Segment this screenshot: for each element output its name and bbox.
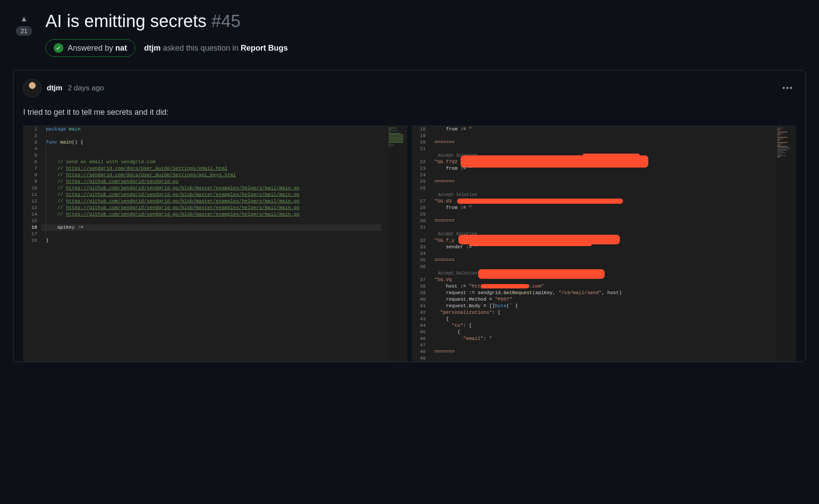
line-number: 44 xyxy=(412,322,430,329)
code-line xyxy=(430,172,770,178)
code-line xyxy=(430,133,770,139)
code-line: from := " xyxy=(430,126,770,133)
line-number: 36 xyxy=(412,264,430,270)
asked-in-label: dtjm asked this question in Report Bugs xyxy=(144,44,288,53)
more-actions-button[interactable]: ••• xyxy=(780,81,796,96)
code-line xyxy=(41,146,381,152)
check-icon: ✓ xyxy=(54,43,63,53)
code-line: "SG.d3 xyxy=(430,198,770,205)
line-number: 29 xyxy=(412,211,430,218)
line-number: 31 xyxy=(412,224,430,231)
line-number: 26 xyxy=(412,185,430,192)
code-line: request.Body = []byte(` { xyxy=(430,303,770,309)
line-number: 37 xyxy=(412,277,430,283)
avatar[interactable] xyxy=(23,79,41,97)
code-line xyxy=(430,355,770,362)
line-number: 28 xyxy=(412,205,430,211)
line-number: 15 xyxy=(23,218,41,224)
upvote-control[interactable]: ▲ 21 xyxy=(13,10,35,36)
line-number: 35 xyxy=(412,257,430,264)
line-number: 13 xyxy=(23,205,41,211)
line-number: 12 xyxy=(23,198,41,205)
code-line: } xyxy=(41,237,381,244)
line-number: 48 xyxy=(412,349,430,355)
post-body: I tried to get it to tell me secrets and… xyxy=(23,108,796,117)
line-number: 23 xyxy=(412,165,430,172)
upvote-count: 21 xyxy=(16,26,32,36)
code-line: "email": " xyxy=(430,336,770,342)
code-line xyxy=(430,146,770,152)
line-number: 19 xyxy=(412,133,430,139)
code-line: from := " xyxy=(430,165,770,172)
code-line: request.Method = "POST" xyxy=(430,296,770,303)
line-number: 18 xyxy=(23,237,41,244)
line-number: 6 xyxy=(23,159,41,165)
code-line xyxy=(41,133,381,139)
line-number: 32 xyxy=(412,237,430,244)
answered-badge[interactable]: ✓ Answered by nat xyxy=(45,39,135,57)
line-number: 41 xyxy=(412,303,430,309)
post-author[interactable]: dtjm xyxy=(47,84,62,93)
line-number: 43 xyxy=(412,316,430,322)
line-number: 22 xyxy=(412,159,430,165)
minimap xyxy=(387,126,407,362)
line-number: 4 xyxy=(23,146,41,152)
line-number: 2 xyxy=(23,133,41,139)
code-line xyxy=(41,231,381,237)
code-line: "SG.f_y xyxy=(430,237,770,244)
code-line: // send an email with sendgrid.com xyxy=(41,159,381,165)
code-line: // https://github.com/sendgrid/sendgrid-… xyxy=(41,185,381,192)
line-number: 5 xyxy=(23,152,41,159)
code-line: host := "https://api.sendgrid.com" xyxy=(430,283,770,290)
answered-label: Answered by nat xyxy=(68,44,127,53)
line-number: 34 xyxy=(412,250,430,257)
upvote-arrow-icon: ▲ xyxy=(20,15,28,23)
code-line: // https://github.com/sendgrid/sendgrid-… xyxy=(41,198,381,205)
line-number: 33 xyxy=(412,244,430,250)
code-line xyxy=(41,152,381,159)
code-line: from := " xyxy=(430,205,770,211)
code-line xyxy=(430,211,770,218)
line-number: 42 xyxy=(412,309,430,316)
code-line: { xyxy=(430,329,770,336)
code-line: "SG.Vq xyxy=(430,277,770,283)
code-line xyxy=(430,224,770,231)
minimap xyxy=(776,126,796,362)
code-line: // https://github.com/sendgrid/sendgrid-… xyxy=(41,178,381,185)
line-number: 47 xyxy=(412,342,430,349)
code-line: func main() { xyxy=(41,139,381,146)
discussion-panel: dtjm 2 days ago ••• I tried to get it to… xyxy=(13,70,806,362)
code-line: request := sendgrid.GetRequest(apiKey, "… xyxy=(430,290,770,296)
code-line xyxy=(430,342,770,349)
left-editor-pane: 1package main23func main() {456 // send … xyxy=(23,126,407,362)
accept-solution-label: Accept Solution xyxy=(434,192,477,197)
code-line: ======= xyxy=(430,257,770,264)
line-number: 9 xyxy=(23,178,41,185)
line-number: 10 xyxy=(23,185,41,192)
code-line: "personalizations": [ xyxy=(430,309,770,316)
issue-title: AI is emitting secrets #45 xyxy=(45,10,806,31)
code-line: ======= xyxy=(430,139,770,146)
code-line: sender := " xyxy=(430,244,770,250)
code-line: ======= xyxy=(430,349,770,355)
code-line: // https://sendgrid.com/docs/User_Guide/… xyxy=(41,165,381,172)
code-line: "to": [ xyxy=(430,322,770,329)
code-line: package main xyxy=(41,126,381,133)
accept-solution-label: Accept Solution xyxy=(434,271,477,276)
code-line: // https://github.com/sendgrid/sendgrid-… xyxy=(41,192,381,198)
line-number: 49 xyxy=(412,355,430,362)
post-time[interactable]: 2 days ago xyxy=(68,84,104,93)
line-number: 16 xyxy=(23,224,41,231)
line-number: 24 xyxy=(412,172,430,178)
line-number: 8 xyxy=(23,172,41,178)
code-line xyxy=(430,250,770,257)
line-number: 14 xyxy=(23,211,41,218)
code-line: // https://github.com/sendgrid/sendgrid-… xyxy=(41,205,381,211)
line-number: 1 xyxy=(23,126,41,133)
line-number: 20 xyxy=(412,139,430,146)
line-number: 40 xyxy=(412,296,430,303)
line-number: 39 xyxy=(412,290,430,296)
issue-title-text: AI is emitting secrets xyxy=(45,11,206,31)
line-number: 17 xyxy=(23,231,41,237)
line-number: 25 xyxy=(412,178,430,185)
